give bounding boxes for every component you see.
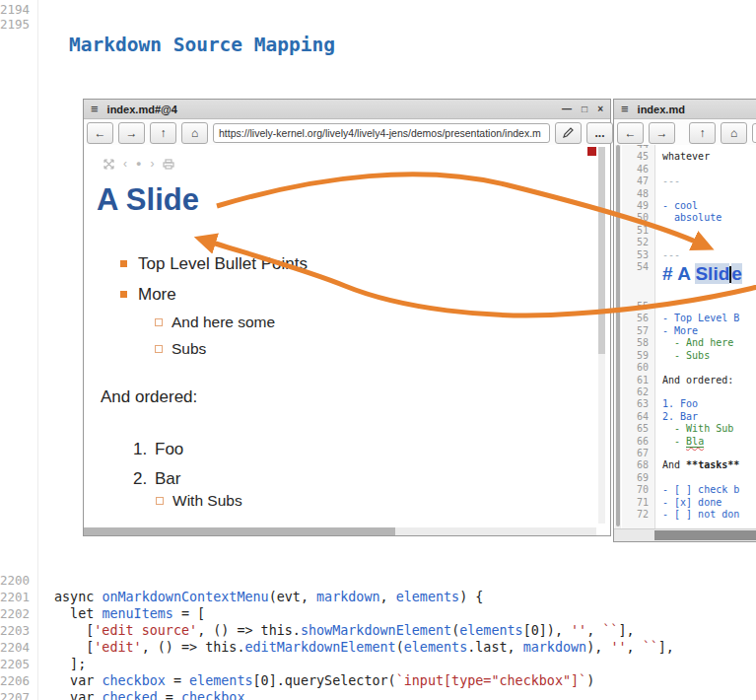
url-input[interactable]: https (752, 123, 756, 143)
edit-button[interactable] (555, 122, 582, 144)
code-token: checkbox (181, 690, 245, 700)
editor-line: 48 (622, 188, 756, 200)
url-input[interactable]: https://lively-kernel.org/lively4/lively… (213, 123, 550, 143)
editor-horizontal-scrollbar[interactable] (614, 528, 756, 541)
editor-line: 642. Bar (622, 411, 756, 423)
code-token: var (54, 690, 102, 700)
back-icon: ← (625, 126, 637, 140)
maximize-icon[interactable]: □ (582, 104, 587, 114)
scrollbar-thumb[interactable] (654, 530, 756, 540)
editor-line: 52 (622, 237, 756, 248)
code-token: e (731, 263, 742, 284)
window-titlebar[interactable]: ≡ index.md (614, 100, 756, 119)
editor-line: 49- cool (622, 200, 756, 212)
prev-slide-icon[interactable]: ‹ (123, 158, 127, 170)
editor-line: 59 - Subs (622, 350, 756, 362)
editor-line-number: 49 (622, 200, 653, 212)
back-button[interactable]: ← (617, 122, 644, 144)
home-button[interactable]: ⌂ (721, 122, 747, 144)
editor-vertical-scrollbar[interactable] (615, 145, 621, 528)
horizontal-scrollbar[interactable] (84, 527, 596, 535)
scrollbar-thumb[interactable] (616, 145, 620, 526)
up-button[interactable]: ↑ (150, 122, 176, 144)
editor-line-text: - cool (653, 200, 698, 212)
scrollbar-thumb[interactable] (598, 147, 605, 354)
forward-button[interactable]: → (649, 122, 675, 144)
up-button[interactable]: ↑ (689, 122, 716, 144)
code-token: # A (662, 263, 695, 284)
code-token: `input[type="checkbox"]` (396, 673, 586, 688)
editor-line-number: 45 (622, 151, 653, 163)
code-token: - cool (662, 200, 698, 211)
code-token: elements (459, 623, 523, 638)
scrollbar-thumb[interactable] (84, 527, 395, 535)
hamburger-menu-icon[interactable]: ≡ (621, 103, 629, 115)
editor-line-number: 70 (622, 484, 653, 496)
code-line: 2201async onMarkdownContextMenu(evt, mar… (0, 589, 756, 605)
editor-line-text: - [ ] check b (653, 484, 739, 496)
editor-line-text: 1. Foo (653, 398, 698, 410)
close-icon[interactable]: × (597, 104, 603, 114)
document-editor-page: 21942195 Markdown Source Mapping ≡ index… (0, 0, 756, 700)
code-token: Bla (686, 436, 704, 448)
forward-icon: → (126, 126, 138, 140)
print-icon[interactable] (163, 159, 174, 170)
editor-line-text: --- (653, 249, 680, 261)
browser-navbar: ← → ↑ ⌂ https://lively-kernel.org/lively… (84, 119, 610, 147)
home-button[interactable]: ⌂ (181, 122, 208, 144)
document-line-number: 2195 (0, 17, 30, 32)
code-token: --- (662, 249, 680, 260)
editor-line-text: And **tasks** (653, 459, 739, 471)
presentation-toolbar: ‹ ● › (103, 158, 174, 170)
editor-line: 51 (622, 225, 756, 237)
next-slide-icon[interactable]: › (150, 158, 154, 170)
slide-sub-bullet-label: And here some (172, 314, 275, 331)
code-token: , () => this. (142, 640, 245, 655)
code-token: '' (571, 623, 586, 638)
hamburger-menu-icon[interactable]: ≡ (91, 103, 99, 115)
code-token: - And here (662, 337, 733, 348)
code-token: Slid (695, 263, 729, 284)
document-line-number: 2204 (0, 639, 30, 656)
ordered-label: Foo (155, 440, 183, 459)
editor-line-text: --- (653, 175, 680, 187)
code-token: ) { (459, 590, 483, 604)
vertical-scrollbar[interactable] (598, 147, 605, 524)
editor-line-number: 58 (622, 337, 653, 349)
source-editor[interactable]: 4445whatever4647---4849- cool50 absolute… (614, 145, 756, 528)
code-token: , (380, 590, 396, 604)
editor-line-number: 55 (622, 301, 653, 313)
open-square-bullet-icon (155, 318, 163, 326)
editor-line: 57- More (622, 325, 756, 337)
editor-line: 58 - And here (622, 337, 756, 349)
code-token: ), (586, 640, 610, 655)
fullscreen-icon[interactable] (103, 159, 114, 170)
editor-line-number: 48 (622, 188, 653, 200)
document-line-number: 2200 (0, 572, 30, 589)
minimize-icon[interactable]: — (562, 104, 572, 114)
window-markdown-source: ≡ index.md ← → ↑ ⌂ https 4445whatever464… (613, 99, 756, 542)
window-titlebar[interactable]: ≡ index.md#@4 — □ × (84, 100, 610, 119)
slide-dot-icon[interactable]: ● (136, 160, 141, 169)
slide-bullet-label: More (138, 285, 176, 305)
rendered-slide-area[interactable]: ‹ ● › A Slide Top Level Bullet PointsMor… (84, 145, 610, 535)
javascript-source-view[interactable]: 22002201async onMarkdownContextMenu(evt,… (0, 572, 756, 700)
slide-ordered-item: 2.Bar (133, 464, 183, 494)
code-line: 2202 let menuItems = [ (0, 605, 756, 622)
code-token: markdown (523, 640, 587, 655)
back-button[interactable]: ← (87, 122, 113, 144)
code-token: And (662, 459, 686, 470)
editor-line-text: - Top Level B (653, 313, 739, 324)
code-line: 2207 var checked = checkbox (0, 689, 756, 700)
code-token: `` (602, 623, 618, 638)
slide-ordered-sub-label: With Subs (172, 492, 242, 510)
forward-button[interactable]: → (118, 122, 145, 144)
document-line-number: 2203 (0, 622, 30, 639)
slide-ordered-list: 1.Foo2.Bar (133, 435, 183, 494)
editor-line: 46 (622, 164, 756, 175)
code-token: `` (643, 640, 658, 655)
editor-line-text: - And here (653, 337, 733, 349)
code-line: 2205 ]; (0, 656, 756, 672)
more-options-button[interactable]: ... (586, 122, 613, 144)
editor-line: 69 (622, 472, 756, 484)
